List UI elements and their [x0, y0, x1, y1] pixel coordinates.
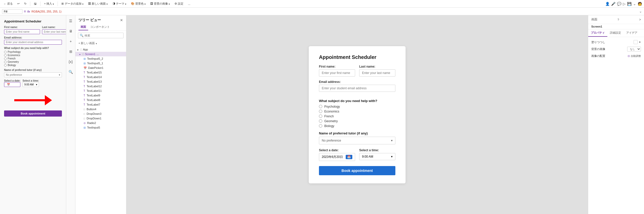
- subject-radio-group: Psychology Economics French Geometry Bio…: [4, 51, 62, 67]
- tab-advanced[interactable]: 詳細設定: [607, 29, 624, 37]
- plus-icon[interactable]: +: [67, 38, 74, 45]
- play-icon[interactable]: ▷: [623, 2, 626, 6]
- fill-color-swatch[interactable]: [634, 40, 638, 44]
- tree-item-textlabel15[interactable]: T TextLabel15: [75, 70, 126, 75]
- tab-component[interactable]: コンポーネント: [88, 24, 112, 30]
- sep3: [58, 2, 58, 6]
- data-button[interactable]: ⊞ データの追加: [60, 1, 85, 6]
- hamburger-icon[interactable]: ☰: [67, 17, 74, 24]
- radio-economics[interactable]: Economics: [319, 110, 395, 113]
- fill-color-formula-icon[interactable]: ✦: [639, 41, 641, 44]
- tree-item-dropdown3[interactable]: □ DropDown3: [75, 111, 126, 116]
- theme-button[interactable]: ◑ テーマ: [111, 1, 128, 6]
- screen1-more-button[interactable]: ...: [97, 53, 99, 56]
- tree-item-textlabel14[interactable]: T TextLabel14: [75, 75, 126, 79]
- book-appointment-button-main[interactable]: Book appointment: [319, 166, 395, 175]
- search-strip-icon[interactable]: 🔍: [67, 68, 74, 75]
- save2-icon[interactable]: 💾: [627, 2, 632, 6]
- bg-image-button[interactable]: 🖼 背景の画像: [149, 1, 171, 6]
- tree-close-button[interactable]: ✕: [120, 18, 123, 22]
- radio2-icon: ⊙: [84, 122, 86, 124]
- new-screen-button[interactable]: + 新しい画面: [75, 40, 126, 46]
- datepicker-icon: 📅: [84, 67, 87, 69]
- radio-french[interactable]: French: [319, 115, 395, 118]
- tree-item-textlabel11[interactable]: T TextLabel11: [75, 89, 126, 93]
- time-input-preview[interactable]: 9:00 AM ▾: [22, 82, 39, 87]
- sep2: [40, 2, 41, 6]
- bg-image-select[interactable]: なし: [627, 47, 641, 52]
- tutor-dropdown-preview[interactable]: No preference▾: [4, 72, 62, 77]
- tutor-dropdown[interactable]: No preference ▾: [319, 137, 395, 144]
- avatar-icon[interactable]: 🧑: [638, 2, 642, 6]
- insert-button[interactable]: + 挿入: [43, 1, 56, 6]
- person-icon[interactable]: 👤: [605, 2, 610, 6]
- formula-bar: Fill = fx RGBA(255, 255, 255, 1) ⌄: [0, 8, 644, 15]
- tab-ideas[interactable]: アイデア: [624, 29, 640, 37]
- more-button[interactable]: ...: [186, 2, 192, 6]
- tree-search-box[interactable]: 🔍: [78, 33, 124, 38]
- screen-icon[interactable]: 🖥: [67, 28, 74, 35]
- help-icon[interactable]: ?: [618, 18, 619, 21]
- date-input-preview[interactable]: 📅: [4, 82, 20, 87]
- tab-properties[interactable]: プロパティ: [588, 29, 607, 37]
- subject-radio-list: Psychology Economics French Geometry Bio…: [319, 105, 395, 128]
- subject-psychology[interactable]: Psychology: [4, 51, 62, 53]
- time-picker[interactable]: 9:00 AM ▾: [359, 153, 395, 160]
- email-field-input[interactable]: [319, 85, 395, 92]
- undo-button[interactable]: ↩: [16, 2, 21, 6]
- tree-item-radio2[interactable]: ⊙ Radio2: [75, 121, 126, 125]
- date-picker[interactable]: 2023年6月20日 📅: [319, 153, 355, 161]
- radio-biology[interactable]: Biology: [319, 124, 395, 128]
- dropdown-icon[interactable]: ⌄: [633, 2, 636, 6]
- date-section-main: Select a date: 2023年6月20日 📅: [319, 148, 355, 161]
- fill-dropdown[interactable]: Fill: [2, 9, 22, 14]
- img-position-prop-label: 画像の配置: [591, 54, 605, 58]
- tree-item-dropdown1[interactable]: □ DropDown1: [75, 116, 126, 121]
- calendar-button[interactable]: 📅: [346, 155, 352, 159]
- tree-item-textlabel12[interactable]: T TextLabel12: [75, 84, 126, 89]
- email-input[interactable]: [4, 40, 62, 45]
- database-icon[interactable]: ⊞: [67, 48, 74, 55]
- mic-icon[interactable]: 🎤: [611, 2, 615, 6]
- tree-item-textlabel13[interactable]: T TextLabel13: [75, 79, 126, 84]
- tree-item-textlabel9[interactable]: T TextLabel9: [75, 93, 126, 98]
- tree-item-datepicker1[interactable]: 📅 DatePicker1: [75, 66, 126, 70]
- formula-content[interactable]: RGBA(255, 255, 255, 1): [31, 10, 638, 13]
- tree-item-textinput5-1[interactable]: ⊟ TextInput5_1: [75, 61, 126, 66]
- calendar-icon-preview[interactable]: 📅: [7, 83, 10, 86]
- last-name-input[interactable]: [42, 29, 66, 34]
- tree-search-input[interactable]: [85, 34, 122, 37]
- subject-field-label: What subject do you need help with?: [319, 99, 395, 103]
- screen-name-label: Screen1: [588, 24, 644, 29]
- subject-economics[interactable]: Economics: [4, 54, 62, 57]
- settings-button[interactable]: ⚙ 設定: [173, 1, 185, 6]
- subject-french[interactable]: French: [4, 57, 62, 60]
- tree-item-textlabel7[interactable]: T TextLabel7: [75, 102, 126, 107]
- save-button[interactable]: 🖫: [32, 2, 38, 6]
- tab-screen[interactable]: 画面: [78, 24, 88, 30]
- subject-biology[interactable]: Biology: [4, 64, 62, 67]
- last-name-field-input[interactable]: [359, 69, 395, 77]
- dropdown1-icon: □: [84, 117, 85, 120]
- first-name-input[interactable]: [4, 29, 40, 34]
- formula-expand[interactable]: ⌄: [639, 9, 642, 13]
- code-icon[interactable]: {x}: [67, 58, 74, 65]
- expand-panel-button[interactable]: >: [639, 18, 641, 21]
- radio-psychology[interactable]: Psychology: [319, 105, 395, 108]
- bg-image-prop-label: 背景の画像: [591, 47, 605, 51]
- chat-icon[interactable]: 💬: [617, 2, 621, 6]
- back-button[interactable]: ← 戻る: [2, 1, 14, 6]
- redo-button[interactable]: ↻: [23, 2, 28, 6]
- tree-item-app[interactable]: □ App: [75, 47, 126, 52]
- first-name-field-input[interactable]: [319, 69, 355, 77]
- tree-item-textinput5[interactable]: ⊟ TextInput5: [75, 125, 126, 130]
- tree-item-textinput5-2[interactable]: ⊟ TextInput5_2: [75, 56, 126, 61]
- radio-geometry[interactable]: Geometry: [319, 119, 395, 123]
- bg-color-button[interactable]: 🎨 背景色: [129, 1, 147, 6]
- subject-geometry[interactable]: Geometry: [4, 60, 62, 63]
- book-appointment-button-preview[interactable]: Book appointment: [4, 110, 62, 117]
- tree-item-textlabel8[interactable]: T TextLabel8: [75, 98, 126, 102]
- tree-item-screen1[interactable]: □ Screen1 ...: [75, 52, 126, 56]
- tree-item-button4[interactable]: □ Button4: [75, 107, 126, 111]
- new-screen-button[interactable]: ☰ 新しい画面: [87, 1, 109, 6]
